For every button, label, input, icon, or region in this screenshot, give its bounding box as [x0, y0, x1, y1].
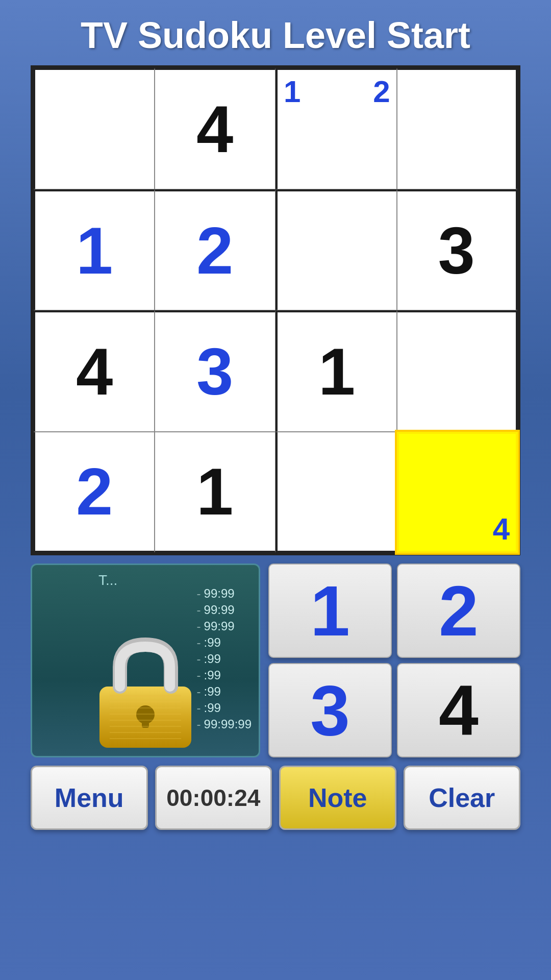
- note-button[interactable]: Note: [279, 766, 396, 830]
- number-pad: 1 2 3 4: [268, 564, 520, 757]
- cell-8[interactable]: 4: [33, 310, 155, 432]
- cell-14[interactable]: [276, 432, 397, 553]
- bottom-panel: T... - 99:99 - 99:99 - 99:99 - :99: [31, 564, 520, 757]
- cell-5[interactable]: 2: [155, 189, 276, 311]
- menu-button[interactable]: Menu: [31, 766, 148, 830]
- cell-9[interactable]: 3: [155, 310, 276, 432]
- cell-7[interactable]: 3: [397, 189, 518, 311]
- timer-button[interactable]: 00:00:24: [155, 766, 272, 830]
- timer-list: - 99:99 - 99:99 - 99:99 - :99 - :99: [197, 586, 252, 731]
- num-button-3[interactable]: 3: [268, 663, 392, 757]
- timer-row: - 99:99: [197, 586, 252, 601]
- main-content: 4 1 2 1 2 3 4 3 1 2 1 4 T... -: [0, 65, 551, 980]
- cell-6[interactable]: [276, 189, 397, 311]
- num-button-4[interactable]: 4: [397, 663, 520, 757]
- timer-row: - :99: [197, 668, 252, 682]
- action-bar: Menu 00:00:24 Note Clear: [31, 766, 520, 837]
- lock-panel: T... - 99:99 - 99:99 - 99:99 - :99: [31, 564, 260, 757]
- sudoku-grid: 4 1 2 1 2 3 4 3 1 2 1 4: [31, 65, 520, 555]
- cell-1[interactable]: 4: [155, 68, 276, 189]
- timer-row: - :99: [197, 701, 252, 715]
- timer-row: - 99:99: [197, 619, 252, 633]
- cell-4[interactable]: 1: [33, 189, 155, 311]
- num-button-2[interactable]: 2: [397, 564, 520, 658]
- page-title: TV Sudoku Level Start: [10, 14, 541, 56]
- title-bar: TV Sudoku Level Start: [0, 0, 551, 65]
- cell-12[interactable]: 2: [33, 432, 155, 553]
- timer-row: - 99:99:99: [197, 717, 252, 731]
- cell-11[interactable]: [397, 310, 518, 432]
- note-4: 4: [493, 511, 510, 547]
- num-button-1[interactable]: 1: [268, 564, 392, 658]
- cell-2[interactable]: 1 2: [276, 68, 397, 189]
- cell-10[interactable]: 1: [276, 310, 397, 432]
- lock-icon: [89, 635, 202, 748]
- note-2: 2: [373, 74, 390, 109]
- cell-13[interactable]: 1: [155, 432, 276, 553]
- cell-3[interactable]: [397, 68, 518, 189]
- timer-row: - 99:99: [197, 603, 252, 617]
- timer-row: - :99: [197, 684, 252, 699]
- cell-15[interactable]: 4: [397, 432, 518, 553]
- timer-row: - :99: [197, 652, 252, 666]
- lock-title: T...: [98, 572, 117, 589]
- note-1: 1: [284, 74, 300, 109]
- clear-button[interactable]: Clear: [404, 766, 521, 830]
- timer-row: - :99: [197, 635, 252, 650]
- cell-0[interactable]: [33, 68, 155, 189]
